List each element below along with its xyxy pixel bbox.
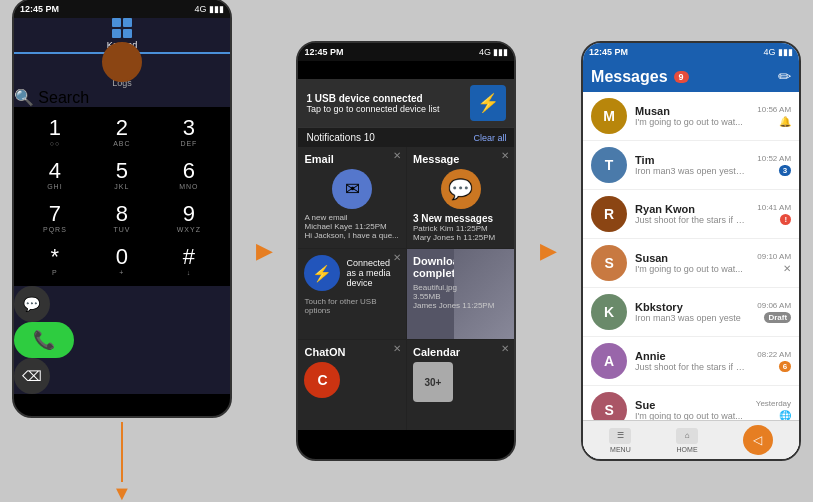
usb-notif-content: ⚡ Connected as a media device xyxy=(304,255,400,291)
dismiss-icon: ✕ xyxy=(783,263,791,274)
chaton-icon: C xyxy=(304,362,340,398)
calendar-card-title: Calendar xyxy=(413,346,509,358)
contact-name: Ryan Kwon xyxy=(635,203,749,215)
download-filename: Beautiful.jpg xyxy=(413,283,509,292)
usb-connected-card[interactable]: ✕ ⚡ Connected as a media device Touch fo… xyxy=(298,249,406,339)
key-0[interactable]: 0+ xyxy=(89,240,155,282)
download-notification-card[interactable]: ✕ Download complete Beautiful.jpg 3.55MB… xyxy=(407,249,515,339)
key-num-1: 1 xyxy=(49,117,61,139)
search-icon: 🔍 xyxy=(14,89,34,106)
msg-indicator-icon: 🔔 xyxy=(779,116,791,127)
key-num-9: 9 xyxy=(183,203,195,225)
usb-close-icon[interactable]: ✕ xyxy=(393,252,401,263)
email-notification-card[interactable]: ✕ Email ✉ A new email Michael Kaye 11:25… xyxy=(298,147,406,248)
message-list-item[interactable]: S Susan I'm going to go out to wat... 09… xyxy=(583,239,799,288)
message-list-item[interactable]: R Ryan Kwon Just shoot for the stars if … xyxy=(583,190,799,239)
draft-badge: Draft xyxy=(764,312,791,323)
delete-button[interactable]: ⌫ xyxy=(14,358,50,394)
chaton-close-icon[interactable]: ✕ xyxy=(393,343,401,354)
message-sender1: Patrick Kim 11:25PM xyxy=(413,224,509,233)
messages-button[interactable]: 💬 xyxy=(14,286,50,322)
back-button[interactable]: ◁ xyxy=(743,425,773,455)
key-1[interactable]: 1○○ xyxy=(22,111,88,153)
contact-name: Musan xyxy=(635,105,749,117)
messages-badge: 9 xyxy=(674,71,689,83)
unread-badge: ! xyxy=(780,214,791,225)
phone1-status-bar: 12:45 PM 4G ▮▮▮ xyxy=(14,0,230,18)
usb-media-icon: ⚡ xyxy=(304,255,340,291)
message-close-icon[interactable]: ✕ xyxy=(501,150,509,161)
home-button[interactable]: ⌂ HOME xyxy=(676,428,698,453)
message-list: M Musan I'm going to go out to wat... 10… xyxy=(583,92,799,461)
message-meta: Yesterday 🌐 xyxy=(756,399,791,421)
message-card-body: 3 New messages Patrick Kim 11:25PM Mary … xyxy=(413,213,509,242)
key-3[interactable]: 3DEF xyxy=(156,111,222,153)
key-#[interactable]: #↓ xyxy=(156,240,222,282)
key-sub-7: PQRS xyxy=(43,226,67,233)
menu-button[interactable]: ☰ MENU xyxy=(609,428,631,453)
message-time: 09:10 AM xyxy=(757,252,791,261)
message-content: Kbkstory Iron man3 was open yeste xyxy=(635,301,749,323)
phone1-screen: 12:45 PM 4G ▮▮▮ Keypad 📞 Logs 🔍 Search xyxy=(12,0,232,418)
key-*[interactable]: *P xyxy=(22,240,88,282)
contact-avatar: R xyxy=(591,196,627,232)
message-content: Tim Iron man3 was open yeste... xyxy=(635,154,749,176)
key-8[interactable]: 8TUV xyxy=(89,197,155,239)
usb-notification[interactable]: 1 USB device connected Tap to go to conn… xyxy=(298,79,514,128)
email-icon: ✉ xyxy=(332,169,372,209)
message-icon: 💬 xyxy=(441,169,481,209)
calendar-notification-card[interactable]: ✕ Calendar 30+ xyxy=(407,340,515,430)
down-arrow-icon: ▼ xyxy=(112,482,132,503)
phone1-bottom-bar: 💬 📞 ⌫ xyxy=(14,286,230,394)
contact-avatar: K xyxy=(591,294,627,330)
phone2-status-icons: 4G ▮▮▮ xyxy=(479,47,509,57)
chaton-notification-card[interactable]: ✕ ChatON C xyxy=(298,340,406,430)
message-preview: Just shoot for the stars if i ... xyxy=(635,460,745,461)
usb-subtitle: Tap to go to connected device list xyxy=(306,104,470,114)
calendar-close-icon[interactable]: ✕ xyxy=(501,343,509,354)
clear-all-button[interactable]: Clear all xyxy=(473,133,506,143)
contact-avatar: M xyxy=(591,98,627,134)
message-preview: Just shoot for the stars if i ... xyxy=(635,215,745,225)
key-sub-4: GHI xyxy=(47,183,62,190)
message-time: 10:56 AM xyxy=(757,105,791,114)
phone3-status-bar: 12:45 PM 4G ▮▮▮ xyxy=(583,43,799,61)
key-7[interactable]: 7PQRS xyxy=(22,197,88,239)
email-sender: Michael Kaye 11:25PM xyxy=(304,222,400,231)
message-meta: 08:22 AM 6 xyxy=(757,350,791,372)
notifications-count: Notifications 10 xyxy=(306,132,374,143)
message-list-item[interactable]: A Annie Just shoot for the stars if i ..… xyxy=(583,337,799,386)
call-button[interactable]: 📞 xyxy=(14,322,74,358)
chaton-card-title: ChatON xyxy=(304,346,400,358)
phone1-status-icons: 4G ▮▮▮ xyxy=(194,4,224,14)
key-num-#: # xyxy=(183,246,195,268)
message-meta: 10:41 AM ! xyxy=(757,203,791,225)
message-preview: I'm going to go out to wat... xyxy=(635,117,745,127)
home-label: HOME xyxy=(677,446,698,453)
message-preview: Just shoot for the stars if i ... xyxy=(635,362,745,372)
search-placeholder: Search xyxy=(38,89,89,106)
key-2[interactable]: 2ABC xyxy=(89,111,155,153)
phone3-status-icons: 4G ▮▮▮ xyxy=(764,47,794,57)
compose-icon[interactable]: ✏ xyxy=(778,67,791,86)
calendar-badge: 30+ xyxy=(413,362,453,402)
usb-text: 1 USB device connected Tap to go to conn… xyxy=(306,93,470,114)
key-4[interactable]: 4GHI xyxy=(22,154,88,196)
signal-icon: 4G ▮▮▮ xyxy=(194,4,224,14)
arrow-right-1-wrapper: ▶ xyxy=(256,240,273,262)
message-notification-card[interactable]: ✕ Message 💬 3 New messages Patrick Kim 1… xyxy=(407,147,515,248)
key-sub-3: DEF xyxy=(180,140,197,147)
message-list-item[interactable]: T Tim Iron man3 was open yeste... 10:52 … xyxy=(583,141,799,190)
key-5[interactable]: 5JKL xyxy=(89,154,155,196)
email-close-icon[interactable]: ✕ xyxy=(393,150,401,161)
search-bar[interactable]: 🔍 Search xyxy=(14,88,230,107)
contact-avatar: S xyxy=(591,245,627,281)
message-meta: 10:52 AM 3 xyxy=(757,154,791,176)
message-sender2: Mary Jones h 11:25PM xyxy=(413,233,509,242)
message-content: Musan I'm going to go out to wat... xyxy=(635,105,749,127)
message-list-item[interactable]: M Musan I'm going to go out to wat... 10… xyxy=(583,92,799,141)
key-6[interactable]: 6MNO xyxy=(156,154,222,196)
message-time: 10:41 AM xyxy=(757,203,791,212)
message-list-item[interactable]: K Kbkstory Iron man3 was open yeste 09:0… xyxy=(583,288,799,337)
key-9[interactable]: 9WXYZ xyxy=(156,197,222,239)
